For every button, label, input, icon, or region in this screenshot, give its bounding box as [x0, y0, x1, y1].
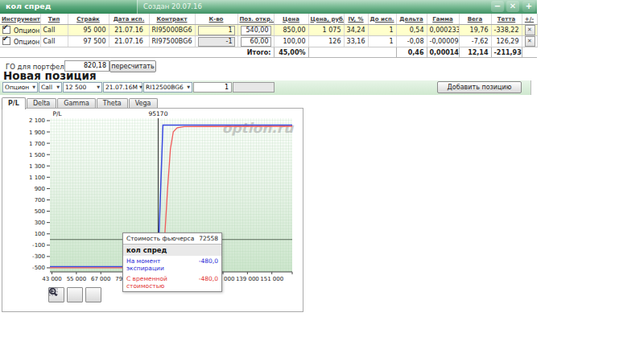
column-header-instrument[interactable]: Инструмент — [0, 14, 40, 25]
y-tick-label: 300 — [35, 220, 45, 226]
tooltip-expiration-value: -480,0 — [199, 257, 218, 272]
position-row: ✔ОпционCall97 50021.07.16RI97500BG6-160,… — [0, 36, 537, 47]
check-icon: ✔ — [2, 36, 9, 43]
tooltip-timevalue-label: С временной стоимостью — [126, 275, 199, 290]
add-window-button[interactable]: + — [522, 1, 535, 12]
tooltip-strategy-title: кол спред — [123, 244, 221, 256]
column-header-strike[interactable]: Страйк — [68, 14, 109, 25]
column-header-theta[interactable]: Тетта — [491, 14, 522, 25]
new-position-qty-input[interactable]: 1 — [193, 82, 232, 93]
cell-iv: 34,24 — [347, 27, 365, 34]
column-header-open_at[interactable]: Поз. откр. по — [237, 14, 274, 25]
zoom-selection-icon — [48, 287, 59, 297]
totals-spacer — [308, 47, 396, 58]
chevron-down-icon: ▼ — [187, 83, 190, 92]
qty-input[interactable]: -1 — [198, 37, 235, 47]
y-tick-label: 1 300 — [29, 163, 45, 170]
table-head: ИнструментТипСтрайкДата исп.КонтрактК-во… — [0, 14, 537, 25]
totals-vega: 12,14 — [459, 47, 491, 58]
x-tick-label: 139 000 — [236, 276, 259, 282]
strike-select[interactable]: 12 500 ▼ — [63, 82, 102, 93]
strike-select-value: 12 500 — [65, 83, 86, 92]
column-header-price_rub[interactable]: Цена, руб. — [308, 14, 344, 25]
y-tick-label: 1 100 — [29, 175, 45, 181]
delete-row-button[interactable]: ✕ — [525, 25, 535, 35]
cell-theta: 126,29 — [497, 38, 519, 45]
column-header-gamma[interactable]: Гамма — [427, 14, 459, 25]
column-header-contract[interactable]: Контракт — [149, 14, 195, 25]
totals-label: Итого: — [0, 47, 274, 58]
tooltip-futures-label: Стоимость фьючерса — [126, 235, 194, 242]
cell-expiry: 21.07.16 — [114, 38, 143, 45]
position-row: ✔ОпционCall95 00021.07.16RI95000BG61540,… — [0, 25, 537, 36]
column-header-iv[interactable]: IV, % — [344, 14, 368, 25]
tab-pl[interactable]: P/L — [2, 97, 26, 109]
row-checkbox[interactable]: ✔ — [2, 26, 10, 34]
close-button[interactable]: ✕ — [506, 1, 519, 12]
x-tick-label: 43 000 — [42, 276, 62, 282]
chart-box: option.ru9517043 00055 00067 00079 00091… — [2, 108, 303, 312]
open_at-input[interactable]: 60,00 — [241, 37, 271, 47]
watermark: option.ru — [222, 120, 294, 136]
y-tick-label: -300 — [32, 253, 45, 260]
contract-select[interactable]: RI12500BG6 ▼ — [143, 82, 192, 93]
chart-tabs: P/LDeltaGammaThetaVega — [2, 97, 159, 109]
chevron-down-icon: ▼ — [56, 83, 60, 92]
cell-strike: 95 000 — [84, 27, 106, 34]
zoom-out-button[interactable] — [67, 287, 83, 302]
chart-zoom-controls — [48, 287, 101, 302]
cell-price_rub: 126 — [328, 38, 341, 45]
contract-select-value: RI12500BG6 — [146, 83, 184, 92]
y-tick-label: 1 700 — [29, 141, 45, 147]
recalculate-button[interactable]: пересчитать — [109, 60, 156, 72]
zoom-selection-button[interactable] — [85, 287, 101, 302]
cell-price_rub: 1 075 — [323, 27, 341, 34]
cell-contract: RI95000BG6 — [152, 27, 192, 34]
chevron-down-icon: ▼ — [32, 83, 35, 92]
cell-delta: 0,54 — [410, 27, 424, 34]
y-tick-label: 100 — [35, 231, 45, 237]
qty-input[interactable]: 1 — [198, 26, 235, 35]
y-tick-label: -500 — [32, 265, 45, 271]
tooltip-expiration-label: На момент экспирации — [126, 257, 199, 272]
price-marker-label: 95170 — [149, 110, 168, 117]
cell-contract: RI97500BG6 — [152, 38, 192, 45]
cell-theta: -338,22 — [494, 27, 519, 34]
column-header-qty[interactable]: К-во — [195, 14, 237, 25]
window-title: кол спред — [6, 2, 51, 10]
totals-end — [522, 47, 537, 58]
cell-type: Call — [43, 38, 56, 45]
totals-gamma: 0,000140 — [427, 47, 459, 58]
y-tick-label: 1 900 — [29, 130, 45, 136]
chevron-down-icon: ▼ — [139, 83, 142, 92]
y-tick-label: 2 100 — [29, 117, 45, 124]
tooltip-timevalue-value: -480,0 — [199, 275, 218, 290]
positions-table: ИнструментТипСтрайкДата исп.КонтрактК-во… — [0, 14, 538, 58]
new-position-empty-field — [233, 82, 275, 93]
row-checkbox[interactable]: ✔ — [2, 37, 10, 45]
cell-days: 1 — [389, 27, 393, 34]
created-date-label: Создан 20.07.16 — [143, 2, 202, 10]
open_at-input[interactable]: 540,00 — [241, 26, 271, 35]
tooltip-futures-value: 72558 — [199, 235, 218, 242]
instrument-select[interactable]: Опцион ▼ — [2, 82, 38, 93]
totals-delta: 0,46 — [396, 47, 427, 58]
type-select-value: Call — [41, 83, 52, 92]
minimize-button[interactable]: − — [491, 1, 504, 12]
check-icon: ✔ — [2, 25, 9, 32]
chevron-down-icon: ▼ — [97, 83, 100, 92]
column-header-type[interactable]: Тип — [40, 14, 68, 25]
column-header-price[interactable]: Цена — [274, 14, 308, 25]
column-header-expiry[interactable]: Дата исп. — [109, 14, 149, 25]
totals-row: Итого:45,00%0,460,00014012,14-211,93 — [0, 47, 537, 58]
add-position-button[interactable]: Добавить позицию — [437, 81, 522, 93]
column-header-delete[interactable]: +/- — [522, 14, 537, 25]
title-bar: кол спред Создан 20.07.16 − ✕ + — [0, 0, 537, 14]
column-header-days[interactable]: До исп. — [368, 14, 396, 25]
column-header-vega[interactable]: Вега — [459, 14, 491, 25]
expiry-select[interactable]: 21.07.16M ▼ — [103, 82, 142, 93]
type-select[interactable]: Call ▼ — [39, 82, 62, 93]
delete-row-button[interactable]: ✕ — [525, 36, 535, 47]
x-tick-label: 55 000 — [67, 276, 87, 282]
column-header-delta[interactable]: Дельта — [396, 14, 427, 25]
